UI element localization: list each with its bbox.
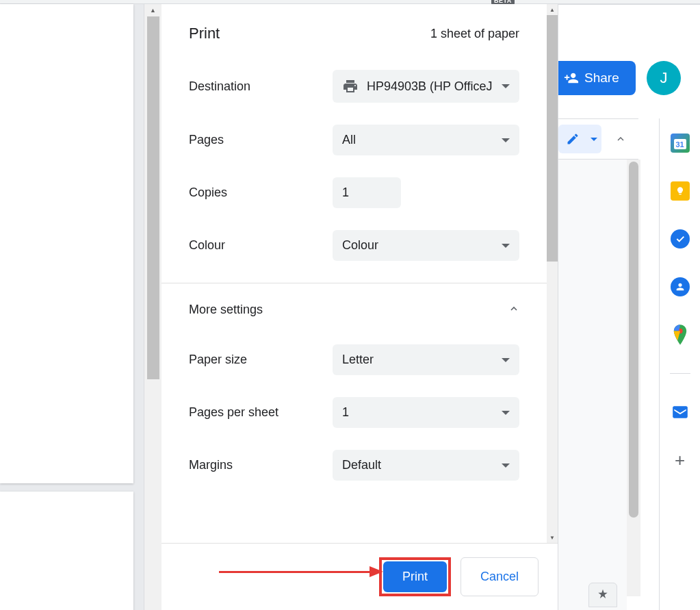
chevron-up-icon — [615, 134, 626, 144]
print-dialog-title: Print — [189, 25, 220, 42]
sheet-count-label: 1 sheet of paper — [430, 27, 519, 41]
margins-value: Default — [342, 458, 381, 472]
pages-select[interactable]: All — [333, 125, 519, 155]
editing-mode-dropdown[interactable] — [586, 125, 601, 153]
pages-per-sheet-label: Pages per sheet — [189, 405, 333, 420]
more-settings-toggle[interactable]: More settings — [189, 283, 519, 344]
pages-per-sheet-select[interactable]: 1 — [333, 397, 519, 428]
destination-value: HP94903B (HP OfficeJ — [367, 79, 492, 94]
annotation-arrow — [219, 566, 383, 577]
editing-mode-toolbar — [558, 118, 638, 160]
collapse-toolbar-button[interactable] — [610, 125, 632, 153]
scroll-up-arrow[interactable]: ▲ — [547, 4, 558, 15]
scroll-down-arrow[interactable]: ▼ — [547, 532, 558, 543]
scroll-thumb[interactable] — [547, 15, 558, 262]
share-person-icon — [564, 71, 579, 86]
destination-label: Destination — [189, 79, 333, 94]
share-button[interactable]: Share — [547, 61, 636, 95]
share-label: Share — [584, 71, 619, 86]
preview-page-2 — [0, 492, 133, 610]
more-settings-label: More settings — [189, 303, 263, 317]
dropdown-caret-icon — [502, 138, 510, 142]
maps-icon[interactable] — [671, 325, 690, 344]
dialog-scrollbar[interactable]: ▲ ▼ — [547, 4, 558, 543]
editing-mode-button[interactable] — [558, 125, 586, 153]
destination-select[interactable]: HP94903B (HP OfficeJ — [333, 70, 519, 103]
calendar-icon[interactable] — [671, 134, 690, 153]
colour-value: Colour — [342, 238, 378, 253]
copies-input[interactable] — [333, 177, 401, 208]
document-canvas-strip — [558, 160, 627, 610]
pages-label: Pages — [189, 133, 333, 147]
chevron-up-icon — [508, 303, 519, 316]
print-button-highlight: Print — [379, 557, 451, 596]
dropdown-caret-icon — [502, 411, 510, 415]
caret-down-icon — [591, 138, 597, 141]
print-button[interactable]: Print — [383, 561, 447, 592]
account-avatar[interactable]: J — [647, 61, 681, 95]
print-dialog: Print 1 sheet of paper Destination HP949… — [161, 4, 558, 610]
paper-size-value: Letter — [342, 353, 374, 367]
explore-button[interactable] — [588, 583, 617, 607]
google-side-panel: + — [659, 118, 700, 610]
dropdown-caret-icon — [502, 244, 510, 248]
mail-addon-icon[interactable] — [671, 403, 690, 422]
printer-icon — [342, 78, 359, 94]
keep-icon[interactable] — [671, 181, 690, 201]
margins-select[interactable]: Default — [333, 450, 519, 481]
paper-size-select[interactable]: Letter — [333, 344, 519, 375]
pages-value: All — [342, 133, 356, 147]
scroll-thumb[interactable] — [629, 162, 638, 518]
dropdown-caret-icon — [502, 84, 510, 88]
scroll-thumb[interactable] — [147, 16, 159, 379]
scroll-up-arrow[interactable]: ▲ — [144, 4, 161, 16]
document-scrollbar[interactable] — [627, 160, 640, 596]
dropdown-caret-icon — [502, 463, 510, 468]
pencil-icon — [566, 132, 580, 146]
print-preview-panel — [0, 4, 144, 610]
side-panel-divider — [670, 373, 690, 374]
preview-page-1 — [0, 4, 133, 483]
colour-select[interactable]: Colour — [333, 230, 519, 261]
copies-label: Copies — [189, 186, 333, 200]
contacts-icon[interactable] — [671, 277, 690, 296]
preview-scrollbar[interactable]: ▲ — [144, 4, 161, 610]
tasks-icon[interactable] — [671, 229, 690, 249]
get-addons-button[interactable]: + — [671, 450, 690, 470]
cancel-button[interactable]: Cancel — [461, 557, 539, 596]
colour-label: Colour — [189, 238, 333, 253]
paper-size-label: Paper size — [189, 353, 333, 367]
dropdown-caret-icon — [502, 358, 510, 362]
margins-label: Margins — [189, 458, 333, 472]
pages-per-sheet-value: 1 — [342, 405, 349, 420]
